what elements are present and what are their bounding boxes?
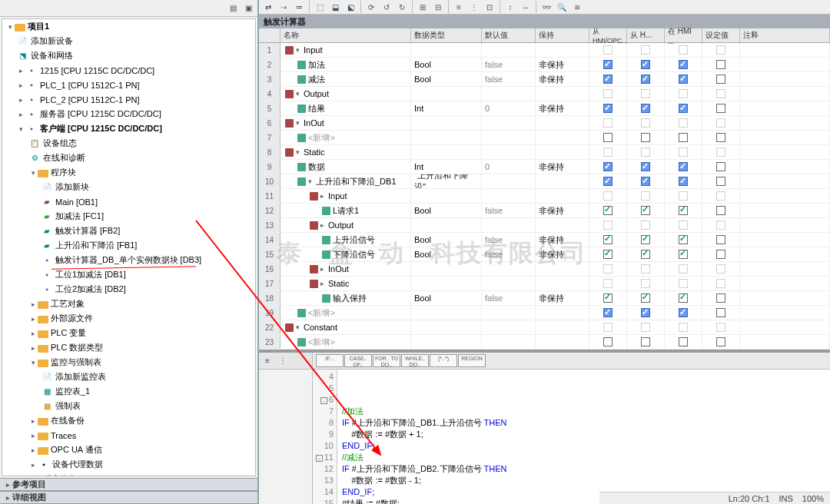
grid-row[interactable]: 14上升沿信号Boolfalse非保持 xyxy=(259,233,830,247)
grid-row[interactable]: 6▾InOut xyxy=(259,116,830,131)
grid-row[interactable]: 9数据Int0非保持 xyxy=(259,160,830,174)
online-diag[interactable]: 在线和诊断 xyxy=(43,152,85,164)
grid-row[interactable]: 5结果Int0非保持 xyxy=(259,101,830,116)
plc-types[interactable]: PLC 数据类型 xyxy=(51,342,103,353)
cpu-1215[interactable]: 1215 [CPU 1215C DC/DC/DC] xyxy=(40,66,154,75)
col-comment[interactable]: 注释 xyxy=(740,28,830,42)
grid-row[interactable]: 15下降沿信号Boolfalse非保持 xyxy=(259,247,830,262)
online-backup[interactable]: 在线备份 xyxy=(51,415,85,426)
status-bar: Ln:20 Ch:1INS100% xyxy=(599,492,830,504)
scl-editor[interactable]: 45-678910-111213141516171819 //加法IF #上升沿… xyxy=(313,370,830,504)
program-info[interactable]: 程序信息 xyxy=(43,473,77,476)
ext-sources[interactable]: 外部源文件 xyxy=(51,313,93,324)
tb-c[interactable]: ≔ xyxy=(292,0,306,14)
declaration-grid: 名称 数据类型 默认值 保持 从 HMI/OPC... 从 H... 在 HMI… xyxy=(259,28,830,350)
grid-row[interactable]: 23<新增> xyxy=(259,335,830,350)
tb-j[interactable]: ⊞ xyxy=(416,0,430,14)
tab-region[interactable]: REGION xyxy=(458,354,486,367)
grid-row[interactable]: 2加法Boolfalse非保持 xyxy=(259,58,830,72)
db1[interactable]: 工位1加减法 [DB1] xyxy=(55,269,126,280)
col-hmi3[interactable]: 在 HMI ... xyxy=(665,28,702,42)
tb-e[interactable]: ⬓ xyxy=(328,0,342,14)
tb-s[interactable]: ≋ xyxy=(570,0,584,14)
project-root[interactable]: 项目1 xyxy=(28,21,49,32)
col-keep[interactable]: 保持 xyxy=(536,28,589,42)
col-type[interactable]: 数据类型 xyxy=(411,28,482,42)
db3[interactable]: 触发计算器_DB_单个实例数据块 [DB3] xyxy=(55,254,201,266)
tb-g[interactable]: ⟳ xyxy=(364,0,378,14)
watch-force[interactable]: 监控与强制表 xyxy=(51,356,101,368)
client[interactable]: 客户端 [CPU 1215C DC/DC/DC] xyxy=(40,123,162,134)
code-snippet-tabs: IF... CASE.. OF.. FOR.. TO DO.. WHILE.. … xyxy=(313,353,830,370)
tab-comment[interactable]: (*..*) xyxy=(430,354,457,367)
opcua[interactable]: OPC UA 通信 xyxy=(51,444,102,456)
detail-view-bar[interactable]: ▸详细视图 xyxy=(0,491,257,504)
col-hmi1[interactable]: 从 HMI/OPC... xyxy=(589,28,627,42)
tb-d[interactable]: ⬚ xyxy=(313,0,327,14)
tab-for[interactable]: FOR.. TO DO.. xyxy=(373,354,400,367)
tb-a[interactable]: ⇄ xyxy=(261,0,275,14)
fc1[interactable]: 加减法 [FC1] xyxy=(55,211,104,222)
proxy-data[interactable]: 设备代理数据 xyxy=(52,459,103,470)
project-tree[interactable]: ▾项目1 📄添加新设备 ⬔设备和网络 ▸▪1215 [CPU 1215C DC/… xyxy=(2,18,256,476)
col-default[interactable]: 默认值 xyxy=(482,28,536,42)
plc1[interactable]: PLC_1 [CPU 1512C-1 PN] xyxy=(40,81,140,90)
grid-row[interactable]: 16▸InOut xyxy=(259,262,830,277)
cl2[interactable]: ⋮ xyxy=(276,354,290,368)
col-hmi2[interactable]: 从 H... xyxy=(627,28,665,42)
tb-k[interactable]: ⊟ xyxy=(431,0,445,14)
tab-case[interactable]: CASE.. OF.. xyxy=(344,354,372,367)
add-block[interactable]: 添加新块 xyxy=(55,181,89,193)
grid-row[interactable]: 17▸Static xyxy=(259,277,830,291)
main-ob1[interactable]: Main [OB1] xyxy=(55,197,98,207)
col-name[interactable]: 名称 xyxy=(281,28,411,42)
tb-q[interactable]: 👓 xyxy=(540,0,553,14)
grid-row[interactable]: 10▾上升沿和下降沿_DB1"上升沿和下降沿" xyxy=(259,174,830,189)
grid-row[interactable]: 13▸Output xyxy=(259,218,830,233)
tb-h[interactable]: ↺ xyxy=(380,0,393,14)
grid-row[interactable]: 22▾Constant xyxy=(259,320,830,335)
grid-row[interactable]: 1▾Input xyxy=(259,43,830,58)
grid-row[interactable]: 19<新增> xyxy=(259,306,830,320)
tech-objects[interactable]: 工艺对象 xyxy=(51,298,85,310)
grid-row[interactable]: 18输入保持Boolfalse非保持 xyxy=(259,291,830,306)
db2[interactable]: 工位2加减法 [DB2] xyxy=(55,284,126,295)
ref-projects-bar[interactable]: ▸参考项目 xyxy=(0,478,257,491)
tb-f[interactable]: ⬕ xyxy=(344,0,357,14)
grid-row[interactable]: 4▾Output xyxy=(259,87,830,101)
btn2[interactable]: ▣ xyxy=(241,2,255,15)
tb-o[interactable]: ↕ xyxy=(503,0,517,14)
col-set[interactable]: 设定值 xyxy=(702,28,740,42)
fb1[interactable]: 上升沿和下降沿 [FB1] xyxy=(55,240,137,251)
btn1[interactable]: ▤ xyxy=(226,2,240,15)
tb-i[interactable]: ↻ xyxy=(395,0,409,14)
traces[interactable]: Traces xyxy=(51,431,76,440)
grid-row[interactable]: 12L请求1Boolfalse非保持 xyxy=(259,204,830,218)
grid-row[interactable]: 3减法Boolfalse非保持 xyxy=(259,72,830,87)
tab-if[interactable]: IF... xyxy=(316,354,344,367)
devices-networks[interactable]: 设备和网络 xyxy=(31,50,73,61)
tab-while[interactable]: WHILE.. DO.. xyxy=(401,354,429,367)
program-blocks[interactable]: 程序块 xyxy=(51,167,76,178)
grid-row[interactable]: 8▾Static xyxy=(259,145,830,160)
fb2[interactable]: 触发计算器 [FB2] xyxy=(55,225,120,237)
plc-vars[interactable]: PLC 变量 xyxy=(51,327,86,339)
grid-row[interactable]: 7<新增> xyxy=(259,131,830,145)
grid-row[interactable]: 11▸Input xyxy=(259,189,830,204)
watch1[interactable]: 监控表_1 xyxy=(55,386,90,397)
tb-b[interactable]: ⇢ xyxy=(277,0,290,14)
server[interactable]: 服务器 [CPU 1215C DC/DC/DC] xyxy=(40,108,161,120)
project-navigator: ▤ ▣ ▾项目1 📄添加新设备 ⬔设备和网络 ▸▪1215 [CPU 1215C… xyxy=(0,0,259,504)
device-config[interactable]: 设备组态 xyxy=(43,138,77,149)
cl1[interactable]: ≡ xyxy=(261,354,274,368)
tb-m[interactable]: ⋮ xyxy=(467,0,481,14)
force-table[interactable]: 强制表 xyxy=(55,400,81,412)
add-device[interactable]: 添加新设备 xyxy=(31,35,73,47)
plc2[interactable]: PLC_2 [CPU 1512C-1 PN] xyxy=(40,95,140,104)
tb-p[interactable]: ↔ xyxy=(519,0,533,14)
tb-r[interactable]: 🔍 xyxy=(555,0,569,14)
tb-l[interactable]: ≡ xyxy=(452,0,466,14)
add-watch[interactable]: 添加新监控表 xyxy=(55,371,106,383)
left-toolbar: ▤ ▣ xyxy=(0,0,257,17)
tb-n[interactable]: ⊡ xyxy=(483,0,496,14)
